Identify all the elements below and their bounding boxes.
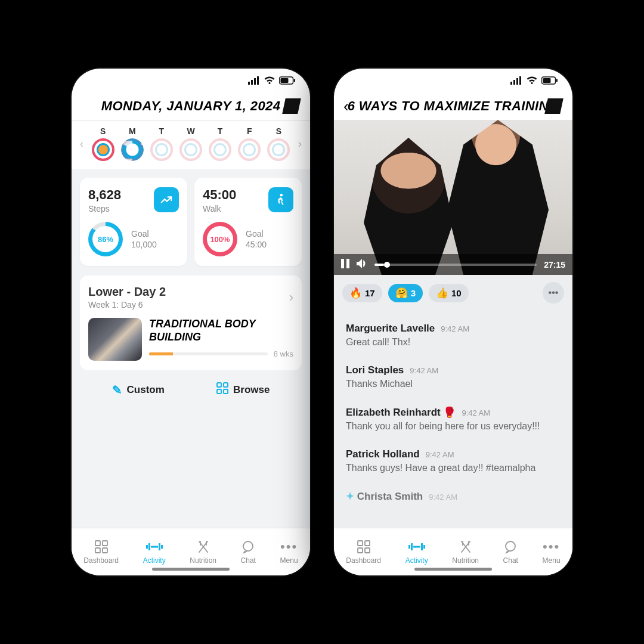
svg-rect-14 bbox=[95, 548, 100, 553]
svg-rect-28 bbox=[556, 79, 558, 82]
reaction-thumbs[interactable]: 👍10 bbox=[429, 284, 469, 302]
program-name: TRADITIONAL BODY BUILDING bbox=[149, 318, 293, 343]
pause-icon[interactable] bbox=[341, 259, 349, 270]
day-wed[interactable]: W bbox=[177, 126, 204, 161]
walk-goal: Goal 45:00 bbox=[246, 228, 267, 250]
chevron-left-icon[interactable]: ‹ bbox=[76, 138, 87, 150]
back-button[interactable]: ‹ bbox=[343, 97, 349, 116]
day-sat[interactable]: S bbox=[265, 126, 292, 161]
utensils-icon bbox=[197, 539, 210, 555]
day-fri[interactable]: F bbox=[236, 126, 263, 161]
chevron-right-icon[interactable]: › bbox=[289, 290, 293, 305]
steps-progress-ring: 86% bbox=[88, 222, 123, 256]
svg-rect-22 bbox=[510, 82, 512, 85]
more-icon: ••• bbox=[280, 539, 298, 555]
svg-rect-37 bbox=[413, 546, 420, 548]
comment-item[interactable]: Patrick Holland9:42 AM Thanks guys! Have… bbox=[346, 440, 561, 482]
walk-card[interactable]: 45:00 Walk 100% Goal 45:00 bbox=[194, 178, 302, 266]
workout-subtitle: Week 1: Day 6 bbox=[88, 300, 166, 309]
steps-card[interactable]: 8,628 Steps 86% Goal 10,000 bbox=[80, 178, 187, 266]
utensils-icon bbox=[459, 539, 472, 555]
main-content: 8,628 Steps 86% Goal 10,000 bbox=[72, 169, 310, 528]
comment-item[interactable]: Lori Staples9:42 AM Thanks Michael bbox=[346, 356, 561, 398]
phone-activity: MONDAY, JANUARY 1, 2024 ‹ S M T W T F S … bbox=[72, 69, 310, 575]
svg-rect-19 bbox=[159, 543, 160, 550]
day-sun[interactable]: S bbox=[89, 126, 116, 161]
svg-rect-0 bbox=[248, 82, 250, 85]
reaction-hug[interactable]: 🤗3 bbox=[388, 284, 423, 302]
day-thu[interactable]: T bbox=[207, 126, 234, 161]
svg-rect-31 bbox=[358, 541, 363, 546]
svg-rect-16 bbox=[146, 545, 148, 549]
walk-label: Walk bbox=[203, 204, 236, 213]
svg-rect-9 bbox=[224, 383, 228, 387]
svg-rect-10 bbox=[217, 389, 221, 394]
svg-point-21 bbox=[243, 541, 253, 551]
video-time: 27:15 bbox=[544, 260, 565, 270]
home-indicator[interactable] bbox=[414, 568, 492, 571]
battery-icon bbox=[541, 76, 558, 87]
chat-icon bbox=[242, 539, 255, 555]
svg-rect-36 bbox=[411, 543, 413, 550]
pencil-icon: ✎ bbox=[112, 383, 122, 397]
nav-menu[interactable]: ••• Menu bbox=[543, 539, 561, 565]
svg-rect-1 bbox=[251, 80, 253, 85]
comment-item[interactable]: Elizabeth Reinhardt 🥊9:42 AM Thank you a… bbox=[346, 398, 561, 440]
nav-chat[interactable]: Chat bbox=[241, 539, 256, 565]
chevron-right-icon[interactable]: › bbox=[295, 138, 305, 150]
custom-button[interactable]: ✎ Custom bbox=[112, 382, 165, 397]
svg-rect-38 bbox=[421, 543, 423, 550]
program-progress-bar bbox=[149, 352, 268, 355]
brand-logo-icon[interactable] bbox=[282, 98, 301, 114]
nav-chat[interactable]: Chat bbox=[503, 539, 518, 565]
grid-icon bbox=[216, 382, 228, 397]
video-player[interactable]: 27:15 bbox=[334, 120, 572, 275]
header: ‹ 6 WAYS TO MAXIMIZE TRAINING bbox=[334, 95, 572, 120]
nav-menu[interactable]: ••• Menu bbox=[280, 539, 298, 565]
home-indicator[interactable] bbox=[152, 568, 230, 571]
svg-rect-27 bbox=[543, 78, 551, 83]
svg-rect-33 bbox=[358, 548, 363, 553]
walking-icon[interactable] bbox=[268, 187, 293, 212]
nav-nutrition[interactable]: Nutrition bbox=[190, 539, 216, 565]
action-row: ✎ Custom Browse bbox=[80, 370, 302, 397]
seek-bar[interactable] bbox=[374, 264, 537, 266]
more-reactions-button[interactable]: ••• bbox=[543, 282, 564, 304]
svg-rect-13 bbox=[103, 541, 107, 546]
header: MONDAY, JANUARY 1, 2024 bbox=[72, 95, 310, 120]
nav-activity[interactable]: Activity bbox=[405, 539, 428, 565]
barbell-icon bbox=[146, 539, 163, 555]
reaction-fire[interactable]: 🔥17 bbox=[342, 284, 382, 302]
nav-dashboard[interactable]: Dashboard bbox=[83, 539, 119, 565]
svg-rect-32 bbox=[365, 541, 370, 546]
workout-card[interactable]: Lower - Day 2 Week 1: Day 6 › TRADITIONA… bbox=[80, 275, 302, 370]
nav-nutrition[interactable]: Nutrition bbox=[452, 539, 479, 565]
browse-button[interactable]: Browse bbox=[216, 382, 270, 397]
walk-value: 45:00 bbox=[203, 187, 236, 203]
volume-icon[interactable] bbox=[357, 259, 367, 270]
barbell-icon bbox=[408, 539, 425, 555]
nav-dashboard[interactable]: Dashboard bbox=[346, 539, 381, 565]
video-controls[interactable]: 27:15 bbox=[334, 254, 572, 275]
svg-rect-34 bbox=[365, 548, 370, 553]
week-strip[interactable]: ‹ S M T W T F S › bbox=[72, 120, 310, 169]
comment-item[interactable]: Christa Smith9:42 AM bbox=[346, 482, 561, 511]
more-icon: ••• bbox=[543, 539, 560, 555]
comments-list[interactable]: Marguerite Lavelle9:42 AM Great call! Th… bbox=[334, 311, 572, 528]
svg-rect-39 bbox=[423, 545, 425, 549]
steps-value: 8,628 bbox=[88, 187, 121, 203]
nav-activity[interactable]: Activity bbox=[143, 539, 166, 565]
brand-logo-icon[interactable] bbox=[544, 98, 564, 114]
dashboard-icon bbox=[357, 539, 370, 555]
svg-rect-8 bbox=[217, 383, 221, 387]
svg-rect-18 bbox=[151, 546, 158, 548]
day-tue[interactable]: T bbox=[148, 126, 175, 161]
video-title: 6 WAYS TO MAXIMIZE TRAINING bbox=[348, 98, 559, 114]
trend-icon[interactable] bbox=[154, 187, 179, 212]
comment-item[interactable]: Marguerite Lavelle9:42 AM Great call! Th… bbox=[346, 314, 561, 356]
day-mon[interactable]: M bbox=[119, 126, 145, 161]
svg-rect-29 bbox=[341, 259, 344, 268]
reaction-bar: 🔥17 🤗3 👍10 ••• bbox=[334, 275, 572, 311]
signal-icon bbox=[248, 76, 260, 87]
status-bar bbox=[334, 69, 572, 95]
